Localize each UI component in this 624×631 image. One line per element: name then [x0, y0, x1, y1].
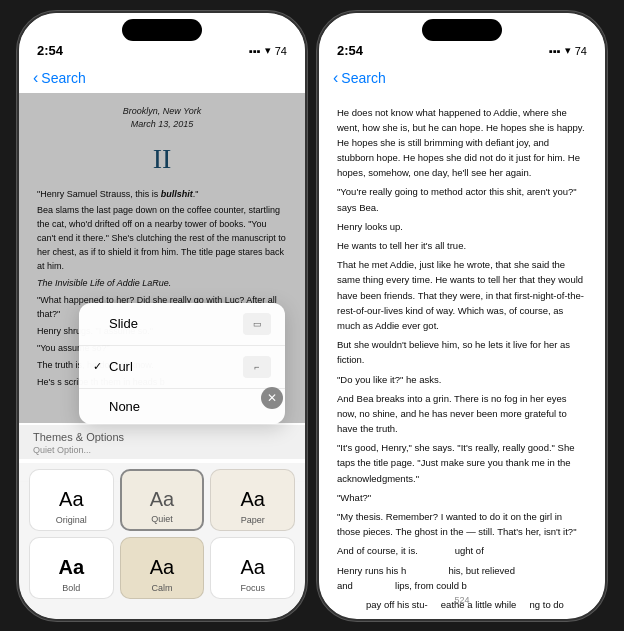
back-label-right: Search: [341, 70, 385, 86]
theme-paper-name: Paper: [211, 515, 294, 525]
curl-icon-shape: ⌐: [254, 362, 259, 372]
back-button-right[interactable]: ‹ Search: [333, 69, 386, 87]
theme-focus-label: Aa: [240, 556, 264, 579]
theme-original[interactable]: Aa Original: [29, 469, 114, 531]
theme-original-label: Aa: [59, 488, 83, 511]
back-button-left[interactable]: ‹ Search: [33, 69, 86, 87]
theme-calm-label: Aa: [150, 556, 174, 579]
theme-focus[interactable]: Aa Focus: [210, 537, 295, 599]
r-para-11: "My thesis. Remember? I wanted to do it …: [337, 509, 587, 539]
r-para-7: "Do you like it?" he asks.: [337, 372, 587, 387]
r-para-3: Henry looks up.: [337, 219, 587, 234]
transition-label-slide: Slide: [109, 316, 138, 331]
wifi-icon: ▾: [265, 44, 271, 57]
transition-item-slide[interactable]: Slide ▭: [79, 303, 285, 346]
transition-label-curl: Curl: [109, 359, 133, 374]
dynamic-island-right: [422, 19, 502, 41]
status-icons-right: ▪▪▪ ▾ 74: [549, 44, 587, 57]
themes-bar: Themes & Options Quiet Option...: [19, 425, 305, 459]
nav-bar-left: ‹ Search: [19, 63, 305, 93]
theme-bold-label: Aa: [59, 556, 85, 579]
status-icons-left: ▪▪▪ ▾ 74: [249, 44, 287, 57]
slide-preview-icon: ▭: [243, 313, 271, 335]
transition-label-none: None: [109, 399, 140, 414]
signal-icon-right: ▪▪▪: [549, 45, 561, 57]
r-para-5: That he met Addie, just like he wrote, t…: [337, 257, 587, 333]
signal-icon: ▪▪▪: [249, 45, 261, 57]
r-para-13: Henry runs his h his, but relieved and l…: [337, 563, 587, 593]
close-icon: ✕: [267, 391, 277, 405]
transition-item-none[interactable]: None: [79, 389, 285, 424]
chevron-left-icon: ‹: [33, 69, 38, 87]
left-phone: 2:54 ▪▪▪ ▾ 74 ‹ Search Brooklyn, New Yor…: [17, 11, 307, 621]
checkmark-curl: ✓: [93, 360, 109, 373]
transition-item-curl[interactable]: ✓ Curl ⌐: [79, 346, 285, 389]
status-time-left: 2:54: [37, 43, 63, 58]
r-para-9: "It's good, Henry," she says. "It's real…: [337, 440, 587, 486]
theme-bold[interactable]: Aa Bold: [29, 537, 114, 599]
theme-quiet-name: Quiet: [122, 514, 203, 524]
theme-bold-name: Bold: [30, 583, 113, 593]
theme-original-name: Original: [30, 515, 113, 525]
r-para-2: "You're really going to method actor thi…: [337, 184, 587, 214]
right-phone: 2:54 ▪▪▪ ▾ 74 ‹ Search He does not know …: [317, 11, 607, 621]
slide-icon-shape: ▭: [253, 319, 262, 329]
theme-focus-name: Focus: [211, 583, 294, 593]
theme-grid: Aa Original Aa Quiet Aa Paper Aa Bold Aa: [19, 463, 305, 619]
page-number: 524: [319, 595, 605, 605]
themes-title: Themes & Options: [33, 431, 291, 443]
r-para-4: He wants to tell her it's all true.: [337, 238, 587, 253]
theme-calm-name: Calm: [121, 583, 204, 593]
battery-icon: 74: [275, 45, 287, 57]
wifi-icon-right: ▾: [565, 44, 571, 57]
transition-menu: Slide ▭ ✓ Curl ⌐: [79, 303, 285, 424]
theme-quiet-label: Aa: [150, 488, 174, 511]
nav-bar-right: ‹ Search: [319, 63, 605, 93]
r-para-6: But she wouldn't believe him, so he lets…: [337, 337, 587, 367]
back-label-left: Search: [41, 70, 85, 86]
themes-subtitle: Quiet Option...: [33, 445, 291, 455]
theme-quiet[interactable]: Aa Quiet: [120, 469, 205, 531]
r-para-1: He does not know what happened to Addie,…: [337, 105, 587, 181]
dynamic-island-left: [122, 19, 202, 41]
curl-preview-icon: ⌐: [243, 356, 271, 378]
chevron-left-icon-right: ‹: [333, 69, 338, 87]
close-button[interactable]: ✕: [261, 387, 283, 409]
theme-paper-label: Aa: [240, 488, 264, 511]
theme-paper[interactable]: Aa Paper: [210, 469, 295, 531]
r-para-12: And of course, it is. ught of: [337, 543, 587, 558]
r-para-10: "What?": [337, 490, 587, 505]
battery-icon-right: 74: [575, 45, 587, 57]
r-para-8: And Bea breaks into a grin. There is no …: [337, 391, 587, 437]
book-content-right: He does not know what happened to Addie,…: [319, 93, 605, 613]
status-time-right: 2:54: [337, 43, 363, 58]
theme-calm[interactable]: Aa Calm: [120, 537, 205, 599]
